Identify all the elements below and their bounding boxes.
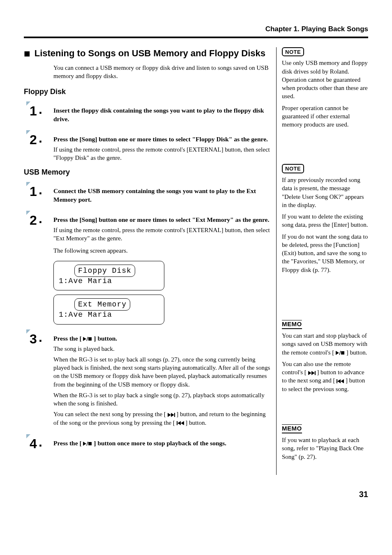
step-number: 2 [30, 213, 37, 228]
svg-marker-16 [311, 371, 315, 375]
step-text: You can select the next song by pressing… [53, 410, 270, 427]
lcd-title: Floppy Disk [74, 265, 135, 277]
step-number: 2 [30, 132, 37, 147]
step-number: 1 [30, 184, 37, 199]
lcd-title: Ext Memory [74, 298, 130, 311]
step-text: If using the remote control, press the r… [53, 226, 270, 243]
header-rule [24, 37, 368, 38]
step-text: If using the remote control, press the r… [53, 145, 270, 162]
note-text: If you want to delete the existing song … [282, 212, 368, 229]
step-text: When the RG-3 is set to play back a sing… [53, 391, 270, 408]
usb-step-1: 1. Connect the USB memory containing the… [24, 183, 270, 206]
prev-icon [337, 379, 344, 383]
step-title: Insert the floppy disk containing the so… [53, 106, 270, 124]
memo-badge: MEMO [282, 424, 302, 433]
step-title: Connect the USB memory containing the so… [53, 187, 270, 204]
note-text: Proper operation cannot be guaranteed if… [282, 104, 368, 129]
svg-marker-15 [308, 371, 311, 375]
step-text: The song is played back. [53, 345, 270, 353]
note-badge: NOTE [282, 47, 304, 57]
step-title: Press the [Song] button one or more time… [53, 135, 270, 144]
step-number: 4 [30, 436, 37, 451]
svg-line-1 [87, 337, 88, 341]
memo-text: You can start and stop playback of songs… [282, 332, 368, 357]
note-text: If you do not want the song data to be d… [282, 233, 368, 274]
play-stop-icon [83, 337, 92, 341]
section-title: Listening to Songs on USB Memory and Flo… [35, 47, 265, 60]
memo-badge: MEMO [282, 320, 302, 329]
note-text: Use only USB memory and floppy disk driv… [282, 59, 368, 100]
svg-marker-19 [337, 379, 341, 383]
lcd-line: 1:Ave Maria [54, 276, 164, 286]
section-bullet: ■ [24, 48, 30, 59]
play-stop-icon [83, 442, 92, 446]
svg-marker-0 [83, 337, 86, 341]
svg-marker-4 [171, 413, 174, 417]
prev-icon [177, 421, 184, 425]
svg-line-13 [339, 351, 341, 355]
step-number: 3 [30, 332, 37, 346]
svg-marker-7 [178, 421, 181, 425]
play-stop-icon [336, 351, 345, 355]
next-icon [308, 371, 316, 375]
svg-line-10 [87, 442, 88, 446]
svg-marker-9 [83, 442, 86, 446]
subsection-usb-title: USB Memory [24, 167, 270, 177]
floppy-step-2: 2. Press the [Song] button one or more t… [24, 131, 270, 164]
note-text: If any previously recorded song data is … [282, 176, 368, 209]
main-column: ■ Listening to Songs on USB Memory and F… [24, 47, 270, 475]
lcd-line: 1:Ave Maria [54, 310, 164, 320]
memo-text: You can also use the remote control's [ … [282, 360, 368, 393]
lcd-ext: Ext Memory 1:Ave Maria [53, 295, 164, 325]
svg-rect-18 [337, 379, 337, 383]
section-intro: You can connect a USB memory or floppy d… [53, 64, 270, 81]
page-number: 31 [24, 489, 368, 500]
step-4: 4. Press the [ ] button once more to sto… [24, 435, 270, 453]
svg-rect-14 [341, 351, 344, 355]
lcd-floppy: Floppy Disk 1:Ave Maria [53, 261, 164, 291]
chapter-header: Chapter 1. Playing Back Songs [24, 25, 368, 34]
note-block-2: NOTE If any previously recorded song dat… [282, 164, 368, 274]
step-text: The following screen appears. [53, 246, 270, 255]
step-3: 3. Press the [ ] button. The song is pla… [24, 330, 270, 429]
step-title: Press the [Song] button one or more time… [53, 216, 270, 224]
memo-text: If you want to playback at each song, re… [282, 436, 368, 461]
step-title: Press the [ ] button once more to stop p… [53, 439, 270, 448]
svg-marker-12 [336, 351, 339, 355]
svg-marker-3 [168, 413, 171, 417]
memo-block-1: MEMO You can start and stop playback of … [282, 320, 368, 393]
note-badge: NOTE [282, 164, 304, 173]
memo-block-2: MEMO If you want to playback at each son… [282, 424, 368, 461]
floppy-step-1: 1. Insert the floppy disk containing the… [24, 102, 270, 125]
subsection-floppy-title: Floppy Disk [24, 87, 270, 97]
svg-rect-11 [88, 442, 92, 445]
step-text: When the RG-3 is set to play back all so… [53, 355, 270, 389]
step-title: Press the [ ] button. [53, 334, 270, 343]
sidebar-column: NOTE Use only USB memory and floppy disk… [282, 47, 368, 475]
svg-rect-6 [177, 421, 178, 425]
next-icon [168, 413, 175, 417]
usb-step-2: 2. Press the [Song] button one or more t… [24, 212, 270, 258]
svg-rect-2 [88, 337, 92, 341]
note-block-1: NOTE Use only USB memory and floppy disk… [282, 47, 368, 129]
svg-marker-8 [181, 421, 184, 425]
step-number: 1 [30, 104, 37, 118]
